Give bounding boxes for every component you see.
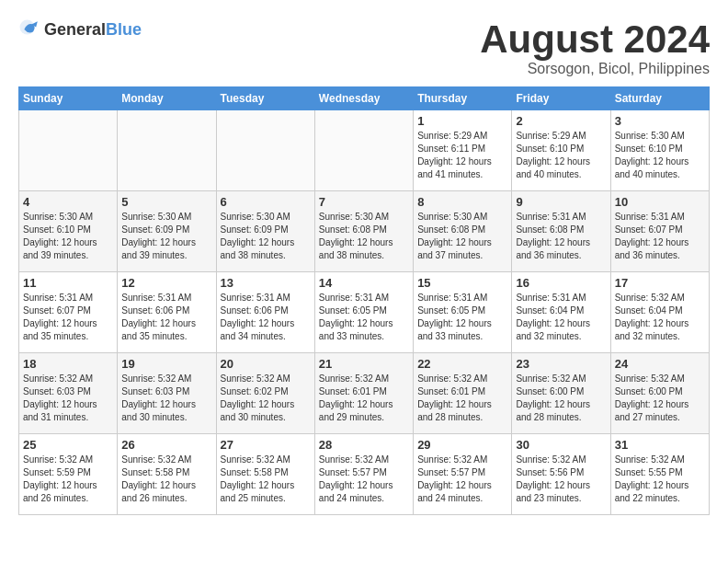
day-info: Sunrise: 5:32 AM Sunset: 6:04 PM Dayligh… <box>615 292 705 343</box>
day-number: 15 <box>417 276 507 290</box>
calendar-cell: 30Sunrise: 5:32 AM Sunset: 5:56 PM Dayli… <box>512 434 610 515</box>
day-info: Sunrise: 5:30 AM Sunset: 6:09 PM Dayligh… <box>221 211 311 262</box>
day-info: Sunrise: 5:30 AM Sunset: 6:10 PM Dayligh… <box>615 130 705 181</box>
calendar-cell: 5Sunrise: 5:30 AM Sunset: 6:09 PM Daylig… <box>118 191 216 272</box>
day-info: Sunrise: 5:32 AM Sunset: 5:59 PM Dayligh… <box>23 454 113 505</box>
day-number: 1 <box>417 114 507 128</box>
logo-icon <box>18 18 40 40</box>
calendar-week-row: 4Sunrise: 5:30 AM Sunset: 6:10 PM Daylig… <box>19 191 710 272</box>
day-info: Sunrise: 5:31 AM Sunset: 6:06 PM Dayligh… <box>121 292 211 343</box>
calendar-cell: 4Sunrise: 5:30 AM Sunset: 6:10 PM Daylig… <box>19 191 118 272</box>
day-info: Sunrise: 5:31 AM Sunset: 6:07 PM Dayligh… <box>23 292 113 343</box>
day-info: Sunrise: 5:32 AM Sunset: 6:02 PM Dayligh… <box>221 373 311 424</box>
calendar-week-row: 1Sunrise: 5:29 AM Sunset: 6:11 PM Daylig… <box>19 110 710 191</box>
day-number: 3 <box>615 114 705 128</box>
day-info: Sunrise: 5:31 AM Sunset: 6:05 PM Dayligh… <box>417 292 507 343</box>
calendar-cell: 7Sunrise: 5:30 AM Sunset: 6:08 PM Daylig… <box>314 191 413 272</box>
day-info: Sunrise: 5:32 AM Sunset: 6:01 PM Dayligh… <box>319 373 409 424</box>
calendar-cell: 8Sunrise: 5:30 AM Sunset: 6:08 PM Daylig… <box>414 191 512 272</box>
calendar-cell <box>314 110 413 191</box>
weekday-header: Sunday <box>19 87 118 110</box>
weekday-header: Thursday <box>414 87 512 110</box>
calendar-cell: 23Sunrise: 5:32 AM Sunset: 6:00 PM Dayli… <box>512 353 610 434</box>
calendar-cell: 24Sunrise: 5:32 AM Sunset: 6:00 PM Dayli… <box>610 353 709 434</box>
calendar-week-row: 25Sunrise: 5:32 AM Sunset: 5:59 PM Dayli… <box>19 434 710 515</box>
calendar-cell: 14Sunrise: 5:31 AM Sunset: 6:05 PM Dayli… <box>314 272 413 353</box>
day-info: Sunrise: 5:32 AM Sunset: 5:58 PM Dayligh… <box>221 454 311 505</box>
weekday-header: Friday <box>512 87 610 110</box>
day-number: 9 <box>516 195 606 209</box>
day-number: 13 <box>221 276 311 290</box>
day-info: Sunrise: 5:31 AM Sunset: 6:08 PM Dayligh… <box>516 211 606 262</box>
day-number: 11 <box>23 276 113 290</box>
day-info: Sunrise: 5:30 AM Sunset: 6:09 PM Dayligh… <box>121 211 211 262</box>
day-number: 7 <box>319 195 409 209</box>
day-info: Sunrise: 5:32 AM Sunset: 5:55 PM Dayligh… <box>615 454 705 505</box>
calendar-cell: 15Sunrise: 5:31 AM Sunset: 6:05 PM Dayli… <box>414 272 512 353</box>
weekday-header: Monday <box>118 87 216 110</box>
calendar-cell <box>216 110 314 191</box>
day-info: Sunrise: 5:32 AM Sunset: 5:56 PM Dayligh… <box>516 454 606 505</box>
day-number: 27 <box>221 438 311 452</box>
calendar-cell: 2Sunrise: 5:29 AM Sunset: 6:10 PM Daylig… <box>512 110 610 191</box>
day-info: Sunrise: 5:32 AM Sunset: 6:00 PM Dayligh… <box>516 373 606 424</box>
day-number: 24 <box>615 357 705 371</box>
day-info: Sunrise: 5:31 AM Sunset: 6:05 PM Dayligh… <box>319 292 409 343</box>
weekday-header: Wednesday <box>314 87 413 110</box>
day-number: 30 <box>516 438 606 452</box>
day-number: 20 <box>221 357 311 371</box>
weekday-header: Saturday <box>610 87 709 110</box>
day-info: Sunrise: 5:29 AM Sunset: 6:10 PM Dayligh… <box>516 130 606 181</box>
calendar-cell: 10Sunrise: 5:31 AM Sunset: 6:07 PM Dayli… <box>610 191 709 272</box>
calendar-cell: 19Sunrise: 5:32 AM Sunset: 6:03 PM Dayli… <box>118 353 216 434</box>
day-number: 4 <box>23 195 113 209</box>
day-number: 22 <box>417 357 507 371</box>
calendar-cell: 20Sunrise: 5:32 AM Sunset: 6:02 PM Dayli… <box>216 353 314 434</box>
day-number: 14 <box>319 276 409 290</box>
day-number: 31 <box>615 438 705 452</box>
calendar-cell: 25Sunrise: 5:32 AM Sunset: 5:59 PM Dayli… <box>19 434 118 515</box>
logo-text: GeneralBlue <box>44 20 142 40</box>
calendar-cell <box>118 110 216 191</box>
calendar-cell: 12Sunrise: 5:31 AM Sunset: 6:06 PM Dayli… <box>118 272 216 353</box>
header: GeneralBlue August 2024 Sorsogon, Bicol,… <box>18 18 710 77</box>
calendar-cell: 17Sunrise: 5:32 AM Sunset: 6:04 PM Dayli… <box>610 272 709 353</box>
weekday-header: Tuesday <box>216 87 314 110</box>
day-number: 16 <box>516 276 606 290</box>
day-info: Sunrise: 5:30 AM Sunset: 6:10 PM Dayligh… <box>23 211 113 262</box>
day-info: Sunrise: 5:32 AM Sunset: 6:00 PM Dayligh… <box>615 373 705 424</box>
day-number: 8 <box>417 195 507 209</box>
day-number: 12 <box>121 276 211 290</box>
day-number: 19 <box>121 357 211 371</box>
calendar-cell: 18Sunrise: 5:32 AM Sunset: 6:03 PM Dayli… <box>19 353 118 434</box>
day-info: Sunrise: 5:29 AM Sunset: 6:11 PM Dayligh… <box>417 130 507 181</box>
day-number: 26 <box>121 438 211 452</box>
day-info: Sunrise: 5:32 AM Sunset: 6:01 PM Dayligh… <box>417 373 507 424</box>
calendar-cell <box>19 110 118 191</box>
day-number: 23 <box>516 357 606 371</box>
calendar-cell: 3Sunrise: 5:30 AM Sunset: 6:10 PM Daylig… <box>610 110 709 191</box>
calendar-week-row: 18Sunrise: 5:32 AM Sunset: 6:03 PM Dayli… <box>19 353 710 434</box>
calendar-title: August 2024 <box>480 18 710 61</box>
day-info: Sunrise: 5:31 AM Sunset: 6:04 PM Dayligh… <box>516 292 606 343</box>
day-info: Sunrise: 5:32 AM Sunset: 5:58 PM Dayligh… <box>121 454 211 505</box>
calendar-cell: 27Sunrise: 5:32 AM Sunset: 5:58 PM Dayli… <box>216 434 314 515</box>
calendar-cell: 22Sunrise: 5:32 AM Sunset: 6:01 PM Dayli… <box>414 353 512 434</box>
calendar-cell: 28Sunrise: 5:32 AM Sunset: 5:57 PM Dayli… <box>314 434 413 515</box>
day-info: Sunrise: 5:32 AM Sunset: 6:03 PM Dayligh… <box>23 373 113 424</box>
day-number: 28 <box>319 438 409 452</box>
day-info: Sunrise: 5:30 AM Sunset: 6:08 PM Dayligh… <box>417 211 507 262</box>
day-info: Sunrise: 5:31 AM Sunset: 6:07 PM Dayligh… <box>615 211 705 262</box>
calendar-cell: 16Sunrise: 5:31 AM Sunset: 6:04 PM Dayli… <box>512 272 610 353</box>
day-info: Sunrise: 5:32 AM Sunset: 5:57 PM Dayligh… <box>319 454 409 505</box>
calendar-cell: 6Sunrise: 5:30 AM Sunset: 6:09 PM Daylig… <box>216 191 314 272</box>
calendar-cell: 31Sunrise: 5:32 AM Sunset: 5:55 PM Dayli… <box>610 434 709 515</box>
day-number: 6 <box>221 195 311 209</box>
calendar-cell: 13Sunrise: 5:31 AM Sunset: 6:06 PM Dayli… <box>216 272 314 353</box>
calendar-table: SundayMondayTuesdayWednesdayThursdayFrid… <box>18 86 710 515</box>
day-info: Sunrise: 5:30 AM Sunset: 6:08 PM Dayligh… <box>319 211 409 262</box>
calendar-cell: 29Sunrise: 5:32 AM Sunset: 5:57 PM Dayli… <box>414 434 512 515</box>
logo-blue: Blue <box>106 20 142 39</box>
calendar-cell: 9Sunrise: 5:31 AM Sunset: 6:08 PM Daylig… <box>512 191 610 272</box>
day-number: 21 <box>319 357 409 371</box>
